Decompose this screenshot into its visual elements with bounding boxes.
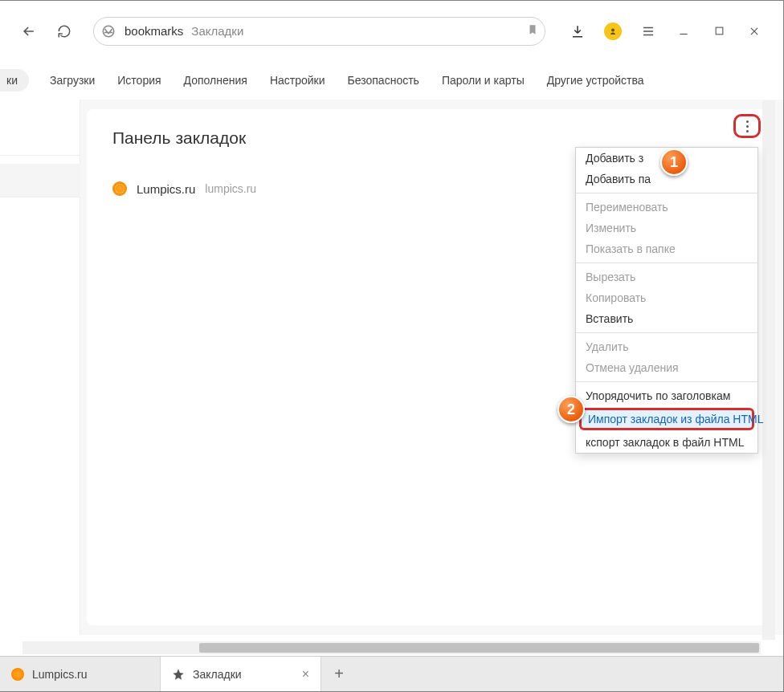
bookmark-marker-icon[interactable] — [527, 23, 538, 39]
address-path: bookmarks — [125, 24, 183, 38]
window-close-button[interactable] — [738, 15, 770, 47]
menu-separator — [576, 263, 757, 263]
menu-separator — [576, 381, 757, 382]
horizontal-scrollbar[interactable] — [22, 641, 761, 654]
context-menu: Добавить з Добавить па Переименовать Изм… — [575, 147, 758, 454]
menu-separator — [576, 332, 757, 333]
menu-edit: Изменить — [576, 218, 757, 238]
menu-export-html[interactable]: кспорт закладок в файл HTML — [576, 432, 757, 453]
window-maximize-button[interactable] — [703, 15, 735, 47]
nav-tab-history[interactable]: История — [106, 69, 172, 92]
new-tab-button[interactable]: + — [321, 657, 357, 691]
nav-tab-addons[interactable]: Дополнения — [173, 69, 259, 92]
tab-bookmarks[interactable]: Закладки × — [161, 657, 321, 691]
menu-show-in-folder: Показать в папке — [576, 238, 757, 259]
svg-point-0 — [103, 26, 114, 37]
menu-paste[interactable]: Вставить — [576, 308, 757, 329]
panel-heading: Панель закладок — [112, 128, 748, 148]
menu-rename: Переименовать — [576, 197, 757, 218]
svg-point-1 — [611, 28, 615, 31]
annotation-badge-2: 2 — [557, 396, 585, 423]
nav-tab-bookmarks-cut[interactable]: ки — [0, 69, 29, 92]
tab-close-button[interactable]: × — [302, 668, 309, 681]
overflow-menu-button[interactable] — [733, 114, 761, 138]
kebab-icon — [746, 120, 749, 132]
sidebar — [0, 100, 80, 635]
annotation-badge-1: 1 — [660, 149, 688, 176]
favicon-icon — [11, 668, 24, 681]
menu-separator — [576, 193, 757, 193]
nav-tab-passwords[interactable]: Пароли и карты — [431, 69, 536, 92]
site-icon — [99, 22, 118, 41]
sidebar-item[interactable] — [0, 109, 80, 156]
nav-tab-downloads[interactable]: Загрузки — [39, 69, 106, 92]
nav-tab-security[interactable]: Безопасность — [337, 69, 431, 92]
svg-rect-2 — [716, 27, 723, 35]
reload-button[interactable] — [48, 15, 80, 47]
menu-delete: Удалить — [576, 336, 757, 357]
bookmark-title: Lumpics.ru — [137, 182, 195, 196]
menu-sort-title[interactable]: Упорядочить по заголовкам — [576, 385, 757, 406]
menu-import-html[interactable]: Импорт закладок из файла HTML — [579, 408, 754, 430]
sidebar-item-selected[interactable] — [0, 164, 80, 197]
tab-bar: Lumpics.ru Закладки × + — [0, 656, 783, 691]
bookmark-url: lumpics.ru — [205, 182, 256, 195]
menu-cut: Вырезать — [576, 267, 757, 287]
window-minimize-button[interactable] — [668, 15, 700, 47]
settings-nav: ки Загрузки История Дополнения Настройки… — [0, 61, 783, 100]
menu-copy: Копировать — [576, 287, 757, 308]
favicon-icon — [112, 181, 127, 196]
nav-tab-devices[interactable]: Другие устройства — [536, 69, 655, 92]
menu-undo-delete: Отмена удаления — [576, 357, 757, 378]
browser-toolbar: bookmarks Закладки — [0, 1, 783, 61]
vertical-scrollbar[interactable] — [762, 100, 775, 640]
extension-icon[interactable] — [597, 15, 629, 47]
tab-title: Закладки — [193, 668, 242, 681]
menu-button[interactable] — [632, 15, 664, 47]
scrollbar-thumb[interactable] — [199, 643, 759, 653]
tab-lumpics[interactable]: Lumpics.ru — [0, 657, 161, 691]
tab-title: Lumpics.ru — [32, 668, 87, 681]
back-button[interactable] — [13, 15, 45, 47]
toolbar-right — [561, 15, 770, 47]
downloads-button[interactable] — [561, 15, 594, 47]
nav-tab-settings[interactable]: Настройки — [259, 69, 337, 92]
address-title: Закладки — [191, 24, 243, 38]
star-icon — [172, 668, 185, 681]
address-bar[interactable]: bookmarks Закладки — [93, 17, 545, 46]
